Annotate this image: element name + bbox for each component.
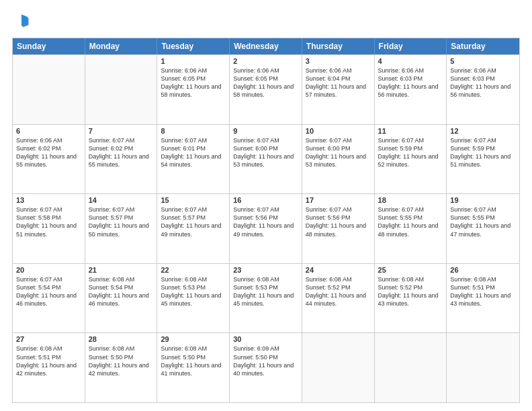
day-number: 21 [89, 266, 154, 274]
cal-cell: 16Sunrise: 6:07 AM Sunset: 5:56 PM Dayli… [230, 194, 302, 263]
day-number: 11 [378, 127, 443, 135]
cell-info: Sunrise: 6:07 AM Sunset: 5:54 PM Dayligh… [16, 275, 81, 308]
cell-info: Sunrise: 6:06 AM Sunset: 6:03 PM Dayligh… [378, 66, 443, 99]
cal-cell: 4Sunrise: 6:06 AM Sunset: 6:03 PM Daylig… [375, 55, 447, 124]
cell-info: Sunrise: 6:08 AM Sunset: 5:51 PM Dayligh… [450, 275, 516, 308]
cal-cell: 20Sunrise: 6:07 AM Sunset: 5:54 PM Dayli… [13, 264, 85, 333]
cell-info: Sunrise: 6:08 AM Sunset: 5:51 PM Dayligh… [16, 345, 81, 377]
day-number: 2 [233, 57, 298, 65]
cell-info: Sunrise: 6:07 AM Sunset: 5:58 PM Dayligh… [16, 205, 81, 238]
cell-info: Sunrise: 6:06 AM Sunset: 6:04 PM Dayligh… [306, 66, 371, 99]
cal-cell: 22Sunrise: 6:08 AM Sunset: 5:53 PM Dayli… [157, 264, 230, 333]
day-number: 20 [16, 266, 81, 274]
calendar-body: 1Sunrise: 6:06 AM Sunset: 6:05 PM Daylig… [13, 54, 519, 402]
cal-cell: 12Sunrise: 6:07 AM Sunset: 5:59 PM Dayli… [447, 125, 519, 194]
day-number: 17 [306, 196, 371, 204]
cell-info: Sunrise: 6:08 AM Sunset: 5:52 PM Dayligh… [306, 275, 371, 308]
day-number: 29 [161, 335, 226, 343]
cal-cell: 29Sunrise: 6:08 AM Sunset: 5:50 PM Dayli… [157, 333, 230, 402]
cal-cell: 3Sunrise: 6:06 AM Sunset: 6:04 PM Daylig… [302, 55, 375, 124]
cell-info: Sunrise: 6:07 AM Sunset: 5:56 PM Dayligh… [306, 205, 371, 238]
cell-info: Sunrise: 6:07 AM Sunset: 5:59 PM Dayligh… [378, 136, 443, 169]
cell-info: Sunrise: 6:07 AM Sunset: 5:57 PM Dayligh… [89, 205, 154, 238]
day-number: 19 [450, 196, 516, 204]
header-day-thursday: Thursday [302, 38, 375, 54]
cal-cell: 1Sunrise: 6:06 AM Sunset: 6:05 PM Daylig… [157, 55, 230, 124]
cell-info: Sunrise: 6:08 AM Sunset: 5:53 PM Dayligh… [161, 275, 226, 308]
day-number: 15 [161, 196, 226, 204]
cell-info: Sunrise: 6:08 AM Sunset: 5:54 PM Dayligh… [89, 275, 154, 308]
cal-cell: 28Sunrise: 6:08 AM Sunset: 5:50 PM Dayli… [85, 333, 158, 402]
cell-info: Sunrise: 6:06 AM Sunset: 6:03 PM Dayligh… [450, 66, 516, 99]
cal-cell: 8Sunrise: 6:07 AM Sunset: 6:01 PM Daylig… [157, 125, 230, 194]
calendar-header: SundayMondayTuesdayWednesdayThursdayFrid… [13, 38, 519, 54]
day-number: 13 [16, 196, 81, 204]
cell-info: Sunrise: 6:07 AM Sunset: 5:57 PM Dayligh… [161, 205, 226, 238]
day-number: 27 [16, 335, 81, 343]
cell-info: Sunrise: 6:06 AM Sunset: 6:05 PM Dayligh… [161, 66, 226, 99]
cal-cell: 13Sunrise: 6:07 AM Sunset: 5:58 PM Dayli… [13, 194, 85, 263]
calendar-row-1: 1Sunrise: 6:06 AM Sunset: 6:05 PM Daylig… [13, 54, 519, 124]
day-number: 25 [378, 266, 443, 274]
cell-info: Sunrise: 6:06 AM Sunset: 6:02 PM Dayligh… [16, 136, 81, 169]
cal-cell: 7Sunrise: 6:07 AM Sunset: 6:02 PM Daylig… [85, 125, 158, 194]
day-number: 10 [306, 127, 371, 135]
cal-cell: 19Sunrise: 6:07 AM Sunset: 5:55 PM Dayli… [447, 194, 519, 263]
day-number: 12 [450, 127, 516, 135]
day-number: 24 [306, 266, 371, 274]
cal-cell: 30Sunrise: 6:09 AM Sunset: 5:50 PM Dayli… [230, 333, 302, 402]
calendar-row-2: 6Sunrise: 6:06 AM Sunset: 6:02 PM Daylig… [13, 124, 519, 194]
cell-info: Sunrise: 6:08 AM Sunset: 5:50 PM Dayligh… [89, 345, 154, 377]
day-number: 8 [161, 127, 226, 135]
cal-cell: 14Sunrise: 6:07 AM Sunset: 5:57 PM Dayli… [85, 194, 158, 263]
cell-info: Sunrise: 6:08 AM Sunset: 5:53 PM Dayligh… [233, 275, 298, 308]
day-number: 3 [306, 57, 371, 65]
cal-cell: 21Sunrise: 6:08 AM Sunset: 5:54 PM Dayli… [85, 264, 158, 333]
cal-cell: 24Sunrise: 6:08 AM Sunset: 5:52 PM Dayli… [302, 264, 375, 333]
cal-cell: 18Sunrise: 6:07 AM Sunset: 5:55 PM Dayli… [375, 194, 447, 263]
day-number: 1 [161, 57, 226, 65]
cell-info: Sunrise: 6:07 AM Sunset: 5:56 PM Dayligh… [233, 205, 298, 238]
cal-cell: 26Sunrise: 6:08 AM Sunset: 5:51 PM Dayli… [447, 264, 519, 333]
day-number: 6 [16, 127, 81, 135]
cal-cell: 25Sunrise: 6:08 AM Sunset: 5:52 PM Dayli… [375, 264, 447, 333]
logo-icon [12, 12, 31, 31]
day-number: 16 [233, 196, 298, 204]
cell-info: Sunrise: 6:07 AM Sunset: 6:00 PM Dayligh… [306, 136, 371, 169]
cell-info: Sunrise: 6:08 AM Sunset: 5:52 PM Dayligh… [378, 275, 443, 308]
day-number: 28 [89, 335, 154, 343]
header-day-tuesday: Tuesday [157, 38, 230, 54]
day-number: 9 [233, 127, 298, 135]
header-day-wednesday: Wednesday [230, 38, 302, 54]
header-day-sunday: Sunday [13, 38, 85, 54]
cal-cell: 11Sunrise: 6:07 AM Sunset: 5:59 PM Dayli… [375, 125, 447, 194]
calendar-row-3: 13Sunrise: 6:07 AM Sunset: 5:58 PM Dayli… [13, 193, 519, 263]
cal-cell: 9Sunrise: 6:07 AM Sunset: 6:00 PM Daylig… [230, 125, 302, 194]
header-day-monday: Monday [85, 38, 158, 54]
cell-info: Sunrise: 6:07 AM Sunset: 5:59 PM Dayligh… [450, 136, 516, 169]
cal-cell: 27Sunrise: 6:08 AM Sunset: 5:51 PM Dayli… [13, 333, 85, 402]
cal-cell [13, 55, 85, 124]
calendar-row-5: 27Sunrise: 6:08 AM Sunset: 5:51 PM Dayli… [13, 332, 519, 402]
header [12, 12, 520, 31]
day-number: 4 [378, 57, 443, 65]
header-day-saturday: Saturday [447, 38, 519, 54]
cal-cell [375, 333, 447, 402]
page: SundayMondayTuesdayWednesdayThursdayFrid… [0, 0, 532, 411]
cell-info: Sunrise: 6:07 AM Sunset: 5:55 PM Dayligh… [450, 205, 516, 238]
cell-info: Sunrise: 6:07 AM Sunset: 6:01 PM Dayligh… [161, 136, 226, 169]
calendar: SundayMondayTuesdayWednesdayThursdayFrid… [12, 38, 520, 403]
day-number: 7 [89, 127, 154, 135]
cal-cell: 5Sunrise: 6:06 AM Sunset: 6:03 PM Daylig… [447, 55, 519, 124]
calendar-row-4: 20Sunrise: 6:07 AM Sunset: 5:54 PM Dayli… [13, 263, 519, 333]
cal-cell [302, 333, 375, 402]
day-number: 22 [161, 266, 226, 274]
cell-info: Sunrise: 6:09 AM Sunset: 5:50 PM Dayligh… [233, 345, 298, 377]
header-day-friday: Friday [375, 38, 447, 54]
cal-cell: 2Sunrise: 6:06 AM Sunset: 6:05 PM Daylig… [230, 55, 302, 124]
logo [12, 12, 34, 31]
day-number: 30 [233, 335, 298, 343]
cal-cell: 15Sunrise: 6:07 AM Sunset: 5:57 PM Dayli… [157, 194, 230, 263]
day-number: 26 [450, 266, 516, 274]
day-number: 14 [89, 196, 154, 204]
